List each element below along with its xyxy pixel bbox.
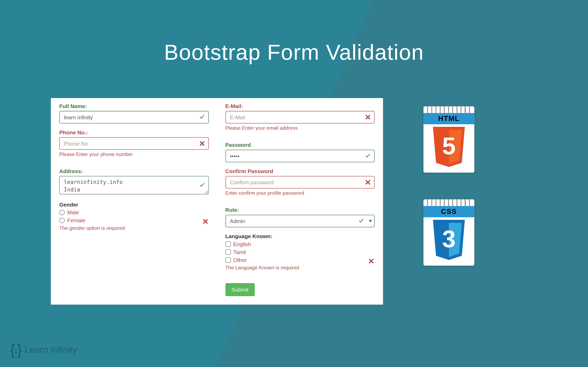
form-panel: Full Name: Phone No.: — [51, 98, 383, 305]
languages-help: The Language Known is required — [225, 265, 375, 271]
css3-shield-icon: 3 — [430, 220, 468, 262]
confirm-password-group: Confirm Password Enter confirm your prof… — [225, 168, 375, 196]
language-option: English — [225, 241, 375, 247]
phone-group: Phone No.: Please Enter your phone numbe… — [59, 129, 208, 157]
email-input[interactable] — [225, 111, 375, 123]
password-group: Password — [225, 142, 375, 162]
html5-badge: HTML 5 — [424, 106, 475, 173]
css3-badge: CSS 3 — [424, 200, 475, 266]
role-group: Role: Admin — [225, 207, 375, 227]
phone-help: Please Enter your phone number — [59, 151, 208, 157]
languages-label: Language Known: — [225, 233, 375, 239]
x-icon — [199, 140, 205, 147]
languages-group: Language Known: English Tamil Other — [225, 233, 375, 271]
password-input[interactable] — [225, 150, 375, 162]
css3-number: 3 — [430, 225, 468, 253]
x-icon — [202, 218, 209, 225]
confirm-password-help: Enter confirm your profile password — [225, 190, 375, 196]
role-label: Role: — [225, 207, 375, 213]
language-option: Other — [225, 257, 375, 263]
address-label: Address: — [59, 168, 208, 174]
gender-option-label: Male — [67, 209, 79, 216]
submit-button[interactable]: Submit — [225, 283, 255, 296]
language-option: Tamil — [225, 249, 375, 255]
gender-help: The gender option is required — [59, 225, 208, 231]
x-icon — [365, 179, 371, 186]
language-checkbox-tamil[interactable] — [225, 249, 231, 255]
email-group: E-Mail: Please Enter your email address — [225, 103, 375, 131]
spiral-binding-icon — [426, 106, 472, 113]
confirm-password-input[interactable] — [225, 176, 375, 188]
confirm-password-label: Confirm Password — [225, 168, 375, 174]
gender-option-female: Female — [59, 217, 208, 224]
language-option-label: English — [233, 241, 251, 247]
gender-option-label: Female — [67, 217, 85, 224]
check-icon — [199, 182, 205, 189]
language-checkbox-other[interactable] — [225, 257, 231, 263]
check-icon — [365, 153, 371, 159]
form-left-column: Full Name: Phone No.: — [59, 103, 208, 296]
email-label: E-Mail: — [225, 103, 375, 109]
address-input[interactable] — [59, 176, 208, 194]
check-icon — [358, 218, 365, 225]
gender-group: Gender Male Female The ge — [59, 201, 208, 231]
phone-label: Phone No.: — [59, 129, 208, 136]
spiral-binding-icon — [426, 200, 472, 206]
watermark: {i} Learn Infinity — [10, 341, 77, 359]
address-group: Address: — [59, 168, 208, 196]
check-icon — [199, 114, 205, 120]
full-name-label: Full Name: — [59, 103, 208, 109]
css3-badge-head: CSS — [424, 206, 475, 217]
gender-radio-male[interactable] — [59, 210, 65, 215]
x-icon — [368, 258, 375, 264]
language-option-label: Other — [233, 257, 247, 263]
html5-number: 5 — [430, 132, 468, 160]
phone-input[interactable] — [59, 137, 208, 150]
html5-badge-head: HTML — [424, 113, 475, 124]
html5-shield-icon: 5 — [430, 127, 468, 169]
role-select[interactable]: Admin — [225, 215, 375, 227]
gender-label: Gender — [59, 201, 208, 208]
full-name-group: Full Name: — [59, 103, 208, 123]
email-help: Please Enter your email address — [225, 125, 375, 131]
gender-option-male: Male — [59, 209, 208, 216]
x-icon — [365, 114, 371, 120]
form-right-column: E-Mail: Please Enter your email address … — [225, 103, 375, 296]
watermark-text: Learn Infinity — [25, 345, 77, 355]
gender-radio-female[interactable] — [59, 218, 65, 223]
brace-icon: {i} — [10, 341, 22, 359]
full-name-input[interactable] — [59, 111, 208, 123]
language-checkbox-english[interactable] — [225, 242, 231, 247]
language-option-label: Tamil — [233, 249, 246, 255]
password-label: Password — [225, 142, 375, 148]
page-title: Bootstrap Form Validation — [2, 40, 586, 65]
